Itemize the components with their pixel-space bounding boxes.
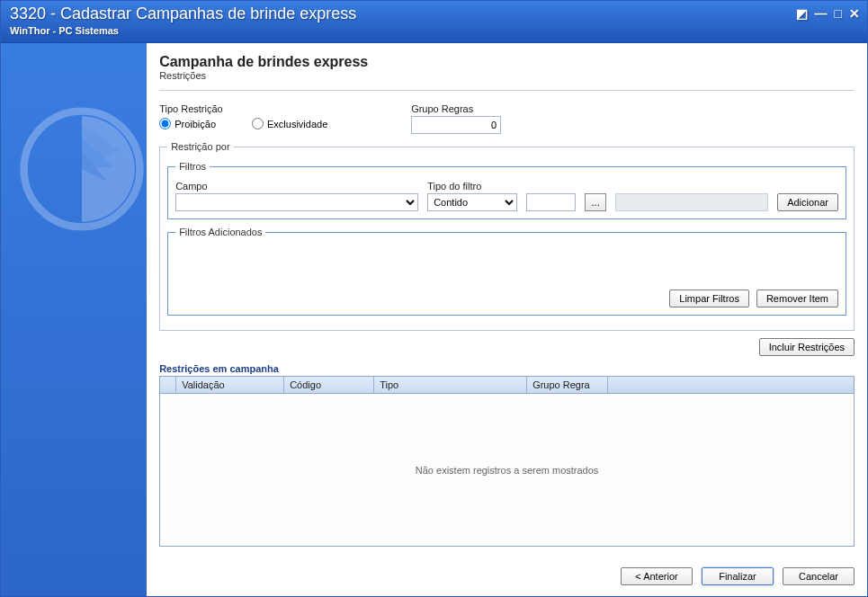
remover-item-button[interactable]: Remover Item [756, 290, 838, 307]
campo-label: Campo [175, 181, 418, 192]
tipo-filtro-label: Tipo do filtro [427, 181, 517, 192]
filtros-legend: Filtros [175, 161, 210, 172]
minimize-icon[interactable]: — [815, 6, 828, 21]
filtros-adicionados-body [175, 246, 838, 290]
page-title: Campanha de brindes express [159, 54, 855, 70]
body: Campanha de brindes express Restrições T… [1, 42, 867, 596]
grid-title: Restrições em campanha [159, 363, 855, 374]
filtros-fieldset: Filtros Campo Tipo do filtro Contido [167, 161, 846, 219]
filtro-value-input[interactable] [526, 193, 576, 211]
grid-header-selector[interactable] [160, 377, 176, 393]
top-row: Tipo Restrição Proibição Exclusividade G [159, 103, 855, 134]
divider [159, 90, 855, 91]
radio-exclusividade-label: Exclusividade [267, 119, 327, 129]
restricao-por-fieldset: Restrição por Filtros Campo Tipo do filt… [159, 141, 855, 331]
incluir-restricoes-button[interactable]: Incluir Restrições [759, 338, 855, 356]
grid-header: Validação Código Tipo Grupo Regra [160, 377, 854, 394]
lookup-button[interactable]: ... [585, 193, 606, 211]
adicionar-button[interactable]: Adicionar [777, 193, 838, 211]
window-controls: ◩ — □ ✕ [796, 6, 860, 21]
close-icon[interactable]: ✕ [849, 6, 860, 21]
grupo-regras-label: Grupo Regras [411, 103, 501, 114]
main-content: Campanha de brindes express Restrições T… [147, 43, 867, 596]
brand-logo-icon [19, 106, 145, 232]
tipo-restricao-label: Tipo Restrição [159, 103, 393, 114]
grid-col-validacao[interactable]: Validação [176, 377, 284, 393]
grid-col-tipo[interactable]: Tipo [374, 377, 527, 393]
radio-proibicao-input[interactable] [159, 118, 171, 129]
sidebar [1, 43, 147, 596]
anterior-button[interactable]: < Anterior [621, 567, 693, 585]
radio-exclusividade-input[interactable] [252, 118, 264, 129]
grid-col-codigo[interactable]: Código [284, 377, 374, 393]
window-subtitle: WinThor - PC Sistemas [10, 25, 858, 36]
page-subtitle: Restrições [159, 70, 855, 81]
finalizar-button[interactable]: Finalizar [702, 567, 774, 585]
grid-col-grupo-regra[interactable]: Grupo Regra [527, 377, 608, 393]
window-title: 3320 - Cadastrar Campanhas de brinde exp… [10, 4, 858, 23]
radio-exclusividade[interactable]: Exclusividade [252, 118, 327, 129]
tipo-restricao-radios: Proibição Exclusividade [159, 116, 393, 129]
grupo-regras-input[interactable] [411, 116, 501, 134]
campo-select[interactable] [175, 193, 418, 211]
filtros-adicionados-legend: Filtros Adicionados [175, 227, 265, 237]
cancelar-button[interactable]: Cancelar [783, 567, 855, 585]
titlebar: 3320 - Cadastrar Campanhas de brinde exp… [1, 1, 867, 42]
radio-proibicao-label: Proibição [174, 119, 216, 129]
lookup-display [615, 193, 768, 211]
footer-actions: < Anterior Finalizar Cancelar [159, 557, 855, 585]
radio-proibicao[interactable]: Proibição [159, 118, 216, 129]
restricao-por-legend: Restrição por [167, 141, 233, 152]
tipo-filtro-select[interactable]: Contido [427, 193, 517, 211]
window: 3320 - Cadastrar Campanhas de brinde exp… [0, 0, 868, 597]
limpar-filtros-button[interactable]: Limpar Filtros [669, 290, 749, 307]
filtros-adicionados-fieldset: Filtros Adicionados Limpar Filtros Remov… [167, 227, 846, 316]
restricoes-grid: Validação Código Tipo Grupo Regra Não ex… [159, 376, 855, 547]
grid-empty-text: Não existem registros a serem mostrados [160, 394, 854, 546]
resize-icon[interactable]: ◩ [796, 6, 808, 21]
maximize-icon[interactable]: □ [835, 6, 842, 21]
